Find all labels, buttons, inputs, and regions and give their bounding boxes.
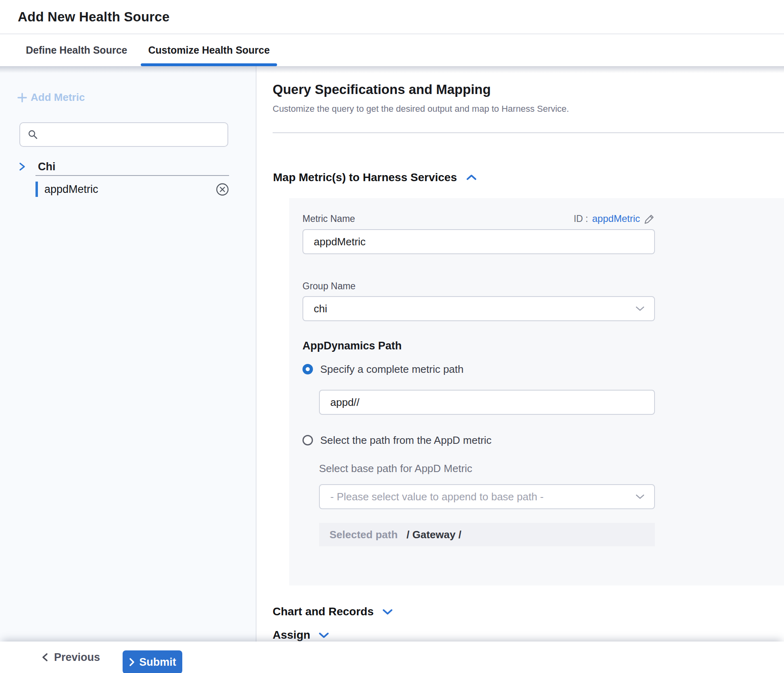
chevron-left-icon: [41, 652, 49, 663]
chart-and-records-title: Chart and Records: [273, 605, 374, 618]
map-metrics-panel: Metric Name ID : appdMetric Group Name c…: [289, 198, 784, 585]
group-name-value: chi: [314, 303, 327, 315]
pane-title: Query Specifications and Mapping: [273, 82, 784, 98]
page-title: Add New Health Source: [18, 9, 169, 25]
complete-metric-path-input[interactable]: [319, 390, 655, 415]
pane-subtitle: Customize the query to get the desired o…: [273, 103, 784, 115]
dialog-header: Add New Health Source: [0, 0, 784, 34]
submit-button[interactable]: Submit: [123, 650, 182, 673]
assign-section-header[interactable]: Assign: [273, 629, 784, 641]
radio-select-label: Select the path from the AppD metric: [320, 434, 492, 447]
pane-divider: [273, 132, 784, 133]
chevron-down-icon: [382, 608, 393, 615]
edit-id-icon[interactable]: [644, 213, 655, 224]
tab-bar: Define Health Source Customize Health So…: [0, 34, 784, 66]
group-name-label: Group Name: [302, 281, 655, 292]
sidebar-divider: [35, 175, 229, 176]
radio-selected-icon[interactable]: [302, 364, 313, 374]
tab-label: Define Health Source: [26, 44, 127, 56]
metric-group-chi[interactable]: Chi: [18, 158, 56, 175]
dialog-footer: Previous Submit: [0, 642, 784, 673]
previous-label: Previous: [54, 651, 100, 664]
dialog-body: Add Metric Chi appdMetric: [0, 66, 784, 642]
search-input[interactable]: [43, 123, 227, 146]
metric-item-label: appdMetric: [44, 183, 98, 196]
query-specifications-pane: Query Specifications and Mapping Customi…: [256, 66, 784, 642]
search-icon: [27, 129, 38, 140]
base-path-label: Select base path for AppD Metric: [319, 462, 655, 474]
metric-list-item-appdmetric[interactable]: appdMetric: [35, 181, 229, 197]
base-path-placeholder: - Please select value to append to base …: [330, 491, 544, 503]
previous-button[interactable]: Previous: [41, 651, 100, 664]
radio-complete-label: Specify a complete metric path: [320, 363, 464, 376]
metric-name-input[interactable]: [302, 229, 655, 254]
metric-id-value[interactable]: appdMetric: [592, 213, 640, 224]
radio-select-path-from-appd[interactable]: Select the path from the AppD metric: [302, 434, 655, 446]
chart-and-records-section-header[interactable]: Chart and Records: [273, 605, 784, 619]
chevron-down-icon: [318, 631, 329, 639]
chevron-right-icon: [129, 657, 135, 667]
id-prefix-label: ID :: [573, 213, 588, 224]
base-path-select[interactable]: - Please select value to append to base …: [319, 484, 655, 509]
metrics-sidebar: Add Metric Chi appdMetric: [0, 66, 256, 642]
map-metrics-section-title: Map Metric(s) to Harness Services: [273, 171, 457, 184]
chevron-right-icon: [18, 161, 27, 172]
metric-name-label: Metric Name: [302, 213, 355, 224]
map-metrics-section-header[interactable]: Map Metric(s) to Harness Services: [273, 170, 784, 185]
appdynamics-path-title: AppDynamics Path: [302, 340, 655, 353]
selected-path-label: Selected path: [329, 529, 398, 541]
group-name-select[interactable]: chi: [302, 296, 655, 321]
chevron-down-icon: [635, 493, 645, 500]
tab-customize-health-source[interactable]: Customize Health Source: [141, 34, 277, 66]
add-health-source-dialog: Add New Health Source Define Health Sour…: [0, 0, 784, 673]
metric-id-row: ID : appdMetric: [573, 213, 655, 224]
active-tab-indicator: [141, 63, 277, 66]
metric-search-box: [19, 122, 228, 147]
plus-icon: [17, 92, 27, 103]
selected-metric-indicator: [35, 182, 38, 197]
radio-complete-metric-path[interactable]: Specify a complete metric path: [302, 363, 655, 375]
delete-metric-icon[interactable]: [216, 183, 229, 196]
tab-define-health-source[interactable]: Define Health Source: [19, 34, 134, 66]
chevron-up-icon: [466, 174, 477, 181]
radio-unselected-icon[interactable]: [302, 435, 313, 445]
assign-title: Assign: [273, 629, 310, 642]
selected-path-value: / Gateway /: [407, 529, 461, 541]
group-label: Chi: [38, 161, 56, 173]
chevron-down-icon: [635, 305, 645, 312]
add-metric-label: Add Metric: [31, 91, 85, 104]
submit-label: Submit: [139, 656, 176, 669]
selected-path-bar: Selected path / Gateway /: [319, 523, 655, 546]
add-metric-button[interactable]: Add Metric: [17, 91, 85, 104]
tab-label: Customize Health Source: [148, 44, 269, 56]
